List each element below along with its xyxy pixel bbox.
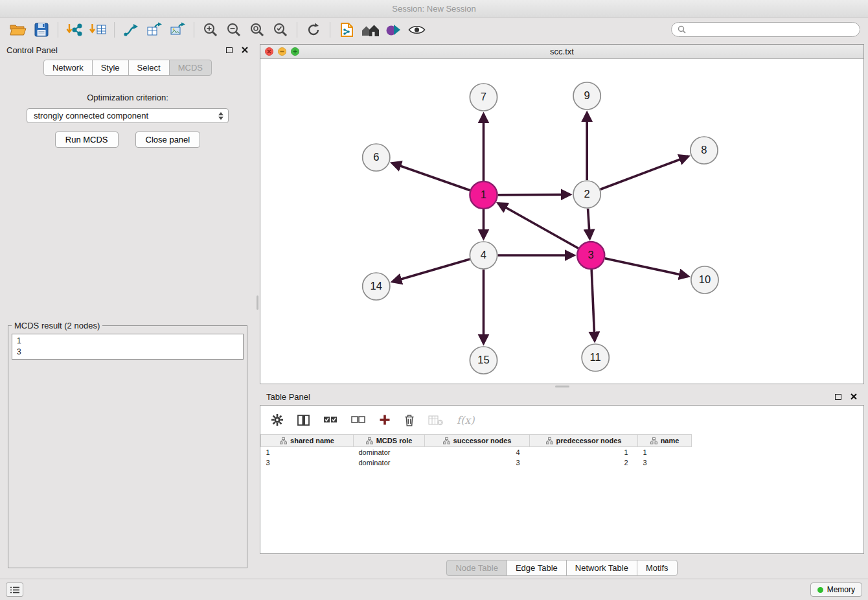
network-canvas[interactable]: 1234678910111415 <box>260 59 863 384</box>
close-panel-icon[interactable] <box>241 46 249 54</box>
column-header-mcds-role[interactable]: MCDS role <box>354 435 425 447</box>
table-tab-node-table[interactable]: Node Table <box>446 560 507 576</box>
column-type-icon <box>443 437 450 444</box>
table-row-1[interactable]: 1dominator411 <box>261 447 864 457</box>
column-header-name[interactable]: name <box>638 435 692 447</box>
column-header-successor-nodes[interactable]: successor nodes <box>425 435 530 447</box>
graph-edge-1-6[interactable] <box>392 163 470 190</box>
table-tab-edge-table[interactable]: Edge Table <box>507 560 567 576</box>
graph-node-10[interactable]: 10 <box>691 266 718 294</box>
window-title: Session: New Session <box>392 4 475 14</box>
status-bar: Memory <box>0 579 868 600</box>
save-session-icon[interactable] <box>30 20 53 40</box>
cell-mcds-role[interactable]: dominator <box>354 457 425 468</box>
cell-mcds-role[interactable]: dominator <box>354 447 425 457</box>
table-row-2[interactable]: 3dominator323 <box>261 457 864 468</box>
graph-edge-3-1[interactable] <box>498 203 578 248</box>
window-close-icon[interactable] <box>265 47 273 56</box>
import-table-icon[interactable] <box>86 20 109 40</box>
graph-node-3[interactable]: 3 <box>577 242 604 269</box>
cell-name[interactable]: 3 <box>638 457 692 468</box>
graph-edge-2-3[interactable] <box>588 209 590 238</box>
show-hide-details-icon[interactable] <box>405 20 428 40</box>
panel-menu-icon[interactable] <box>6 583 23 597</box>
add-row-icon[interactable] <box>379 411 391 429</box>
run-mcds-button[interactable]: Run MCDS <box>55 132 119 148</box>
apply-style-icon[interactable] <box>382 20 405 40</box>
close-panel-button[interactable]: Close panel <box>135 132 201 148</box>
vertical-splitter[interactable] <box>255 41 259 579</box>
select-all-rows-icon[interactable] <box>323 411 337 429</box>
import-network-icon[interactable] <box>63 20 86 40</box>
window-controls <box>265 47 299 56</box>
horizontal-splitter[interactable] <box>260 384 864 388</box>
cell-successor-nodes[interactable]: 3 <box>425 457 530 468</box>
graph-node-14[interactable]: 14 <box>363 273 390 300</box>
optimization-criterion-label: Optimization criterion: <box>0 93 255 102</box>
cell-predecessor-nodes[interactable]: 2 <box>530 457 638 468</box>
mcds-result-title: MCDS result (2 nodes) <box>12 321 102 330</box>
zoom-out-icon[interactable] <box>222 20 246 40</box>
svg-text:15: 15 <box>477 354 489 367</box>
column-header-shared-name[interactable]: shared name <box>261 435 354 447</box>
column-header-predecessor-nodes[interactable]: predecessor nodes <box>530 435 638 447</box>
select-chevrons-icon <box>218 112 223 120</box>
window-zoom-icon[interactable] <box>291 47 299 56</box>
optimization-criterion-select[interactable]: strongly connected component <box>27 108 229 123</box>
float-table-panel-icon[interactable] <box>835 394 841 400</box>
cell-successor-nodes[interactable]: 4 <box>425 447 530 457</box>
new-network-icon[interactable] <box>119 20 143 40</box>
cell-name[interactable]: 1 <box>638 447 692 457</box>
graph-edge-3-11[interactable] <box>591 270 595 341</box>
cell-predecessor-nodes[interactable]: 1 <box>530 447 638 457</box>
first-neighbors-icon[interactable] <box>358 20 382 40</box>
graph-node-8[interactable]: 8 <box>691 137 718 164</box>
table-toolbar: f(x) <box>260 406 863 434</box>
graph-node-11[interactable]: 11 <box>582 344 609 371</box>
control-panel-tab-style[interactable]: Style <box>92 60 129 76</box>
table-settings-icon[interactable] <box>271 411 284 429</box>
graph-node-2[interactable]: 2 <box>573 181 600 208</box>
control-panel-tab-network[interactable]: Network <box>43 60 93 76</box>
graph-edge-1-2[interactable] <box>498 194 570 195</box>
zoom-in-icon[interactable] <box>199 20 222 40</box>
table-tab-motifs[interactable]: Motifs <box>637 560 678 576</box>
graph-node-15[interactable]: 15 <box>470 347 497 374</box>
control-panel-tab-mcds[interactable]: MCDS <box>169 60 212 76</box>
graph-edge-2-8[interactable] <box>600 156 689 189</box>
open-file-icon[interactable] <box>6 20 30 40</box>
cell-shared-name[interactable]: 1 <box>261 447 354 457</box>
search-input[interactable] <box>689 25 854 34</box>
graph-node-7[interactable]: 7 <box>470 84 497 111</box>
window-minimize-icon[interactable] <box>278 47 286 56</box>
zoom-selected-icon[interactable] <box>269 20 292 40</box>
cell-shared-name[interactable]: 3 <box>261 457 354 468</box>
zoom-fit-icon[interactable] <box>246 20 269 40</box>
delete-table-icon[interactable] <box>428 411 443 429</box>
graph-node-6[interactable]: 6 <box>363 144 390 171</box>
delete-row-icon[interactable] <box>404 411 415 429</box>
column-type-icon <box>280 437 287 444</box>
column-header-filler <box>692 435 864 447</box>
svg-text:7: 7 <box>481 91 486 104</box>
close-table-panel-icon[interactable] <box>850 393 858 400</box>
graph-node-4[interactable]: 4 <box>470 242 497 269</box>
function-builder-icon[interactable]: f(x) <box>457 411 474 429</box>
export-table-icon[interactable] <box>143 20 166 40</box>
copy-style-icon[interactable] <box>335 20 358 40</box>
export-image-icon[interactable] <box>166 20 189 40</box>
control-panel-tab-select[interactable]: Select <box>128 60 170 76</box>
column-chooser-icon[interactable] <box>297 411 310 429</box>
table-tab-network-table[interactable]: Network Table <box>566 560 637 576</box>
refresh-icon[interactable] <box>302 20 325 40</box>
float-panel-icon[interactable] <box>226 47 233 53</box>
column-type-icon <box>546 437 553 444</box>
graph-node-1[interactable]: 1 <box>470 181 497 209</box>
graph-edge-3-10[interactable] <box>605 259 689 277</box>
control-panel-title: Control Panel <box>6 45 58 55</box>
svg-text:14: 14 <box>371 281 382 293</box>
graph-node-9[interactable]: 9 <box>573 82 600 110</box>
memory-button[interactable]: Memory <box>810 583 862 597</box>
deselect-all-rows-icon[interactable] <box>351 411 365 429</box>
graph-edge-4-14[interactable] <box>393 259 470 282</box>
